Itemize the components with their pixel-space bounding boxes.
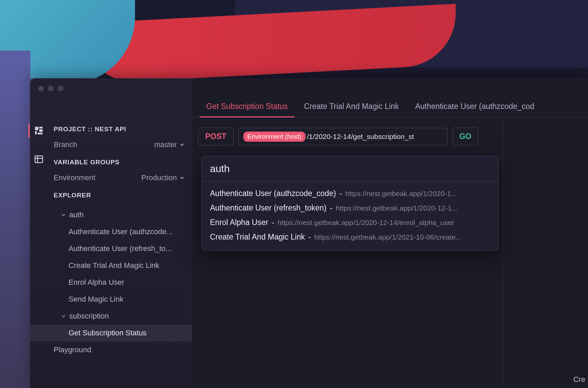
pane-divider[interactable] [503,119,503,388]
tab-active[interactable]: Get Subscription Status [199,97,295,117]
sidebar-content: PROJECT :: NEST API Branch master VARIAB… [30,126,192,358]
environment-selector[interactable]: Production [141,173,184,182]
svg-rect-0 [35,156,43,163]
environment-label: Environment [54,173,96,182]
variable-groups-header: VARIABLE GROUPS [54,159,184,166]
partial-text: Cre [573,375,585,384]
search-result-item[interactable]: Enrol Alpha User - https://nest.getbeak.… [210,215,490,230]
tree-item-playground[interactable]: Playground [54,341,184,358]
url-input[interactable]: Environment (host) /1/2020-12-14/get_sub… [238,128,448,145]
search-input[interactable]: auth [210,163,490,174]
search-input-container: auth [202,156,498,182]
tree-item[interactable]: Create Trial And Magic Link [54,257,184,274]
tab-bar: Get Subscription Status Create Trial And… [192,78,588,117]
search-results: Authenticate User (authzcode_code) - htt… [202,182,498,250]
variables-icon[interactable] [34,154,44,164]
branch-row[interactable]: Branch master [54,140,184,149]
chevron-down-icon [180,175,184,180]
chevron-down-icon [180,142,184,147]
tree-item[interactable]: Authenticate User (refresh_to... [54,240,184,257]
tree-folder-auth[interactable]: auth [54,206,184,223]
search-result-item[interactable]: Create Trial And Magic Link - https://ne… [210,230,490,244]
tree-folder-subscription[interactable]: subscription [54,308,184,325]
tree-item[interactable]: Enrol Alpha User [54,274,184,291]
tab[interactable]: Create Trial And Magic Link [297,97,406,117]
branch-label: Branch [54,140,77,149]
chevron-down-icon [61,314,66,318]
send-request-button[interactable]: GO [452,128,479,145]
sidebar: PROJECT :: NEST API Branch master VARIAB… [30,78,192,388]
explorer-header: EXPLORER [54,192,184,199]
request-bar: POST Environment (host) /1/2020-12-14/ge… [192,117,588,156]
search-result-item[interactable]: Authenticate User (refresh_token) - http… [210,201,490,215]
tree-item[interactable]: Send Magic Link [54,291,184,308]
url-path: /1/2020-12-14/get_subscription_st [307,133,414,141]
tree-item-selected[interactable]: Get Subscription Status [30,325,192,341]
tree-item[interactable]: Authenticate User (authzcode... [54,223,184,240]
tab[interactable]: Authenticate User (authzcode_cod [408,97,541,117]
search-result-item[interactable]: Authenticate User (authzcode_code) - htt… [210,186,490,201]
env-variable-chip[interactable]: Environment (host) [243,132,306,142]
quick-search-popup: auth Authenticate User (authzcode_code) … [202,156,499,251]
sidebar-rail [30,122,48,164]
project-icon[interactable] [34,126,44,136]
method-selector[interactable]: POST [198,128,234,145]
project-header: PROJECT :: NEST API [54,126,184,133]
chevron-down-icon [61,213,66,217]
branch-selector[interactable]: master [154,140,184,149]
environment-row[interactable]: Environment Production [54,173,184,182]
